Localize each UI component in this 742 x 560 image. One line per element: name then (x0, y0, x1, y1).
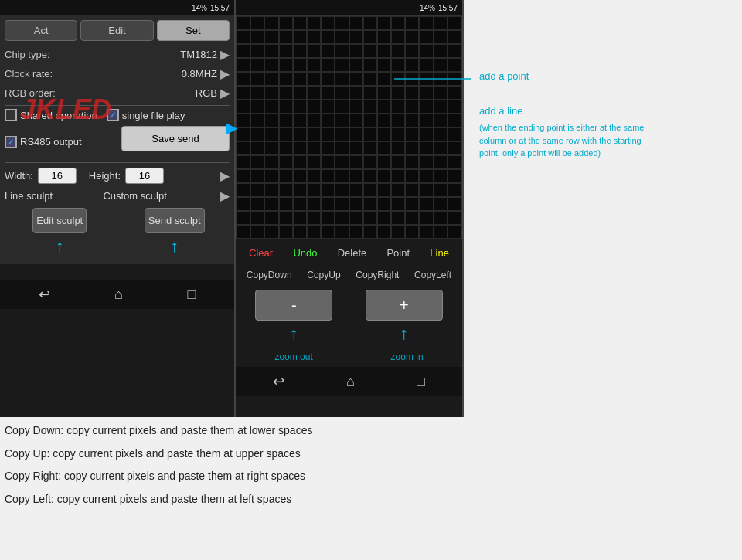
grid-cell[interactable] (279, 16, 293, 30)
grid-cell[interactable] (377, 16, 391, 30)
grid-cell[interactable] (391, 16, 405, 30)
width-input[interactable] (38, 168, 77, 184)
grid-cell[interactable] (349, 58, 363, 72)
grid-cell[interactable] (434, 225, 448, 239)
grid-cell[interactable] (363, 58, 377, 72)
grid-cell[interactable] (377, 86, 391, 100)
grid-cell[interactable] (419, 30, 433, 44)
grid-cell[interactable] (349, 183, 363, 197)
grid-cell[interactable] (307, 114, 321, 127)
grid-cell[interactable] (250, 225, 264, 239)
grid-cell[interactable] (321, 211, 335, 225)
grid-cell[interactable] (448, 127, 461, 141)
grid-cell[interactable] (250, 169, 264, 183)
grid-cell[interactable] (237, 44, 250, 58)
grid-cell[interactable] (293, 155, 307, 169)
recents-icon[interactable]: □ (187, 287, 196, 303)
grid-cell[interactable] (448, 211, 461, 225)
grid-cell[interactable] (335, 114, 349, 127)
grid-cell[interactable] (250, 86, 264, 100)
grid-cell[interactable] (237, 211, 250, 225)
grid-cell[interactable] (307, 169, 321, 183)
grid-cell[interactable] (419, 211, 433, 225)
grid-cell[interactable] (377, 58, 391, 72)
grid-cell[interactable] (250, 58, 264, 72)
grid-cell[interactable] (448, 155, 461, 169)
grid-cell[interactable] (293, 183, 307, 197)
grid-cell[interactable] (405, 114, 419, 127)
grid-cell[interactable] (237, 141, 250, 155)
grid-cell[interactable] (293, 141, 307, 155)
grid-cell[interactable] (405, 183, 419, 197)
grid-cell[interactable] (363, 127, 377, 141)
grid-cell[interactable] (349, 86, 363, 100)
grid-cell[interactable] (448, 44, 461, 58)
grid-cell[interactable] (363, 100, 377, 114)
grid-cell[interactable] (363, 72, 377, 86)
grid-cell[interactable] (349, 100, 363, 114)
grid-cell[interactable] (349, 197, 363, 211)
grid-cell[interactable] (264, 44, 278, 58)
grid-cell[interactable] (264, 72, 278, 86)
grid-cell[interactable] (391, 30, 405, 44)
grid-cell[interactable] (321, 30, 335, 44)
grid-cell[interactable] (419, 169, 433, 183)
single-file-play-item[interactable]: ✓ single file play (107, 109, 186, 121)
grid-cell[interactable] (264, 141, 278, 155)
grid-cell[interactable] (237, 225, 250, 239)
grid-cell[interactable] (293, 86, 307, 100)
grid-cell[interactable] (321, 58, 335, 72)
grid-cell[interactable] (293, 72, 307, 86)
grid-cell[interactable] (434, 155, 448, 169)
grid-cell[interactable] (321, 86, 335, 100)
grid-cell[interactable] (419, 127, 433, 141)
send-sculpt-button[interactable]: Send sculpt (145, 208, 205, 233)
grid-cell[interactable] (279, 72, 293, 86)
shared-operation-item[interactable]: Shared operation (5, 109, 97, 121)
grid-cell[interactable] (321, 225, 335, 239)
grid-cell[interactable] (264, 155, 278, 169)
grid-cell[interactable] (279, 155, 293, 169)
grid-cell[interactable] (377, 30, 391, 44)
grid-cell[interactable] (377, 197, 391, 211)
grid-cell[interactable] (293, 197, 307, 211)
grid-cell[interactable] (250, 197, 264, 211)
grid-cell[interactable] (434, 197, 448, 211)
point-button[interactable]: Point (383, 246, 413, 260)
grid-cell[interactable] (279, 127, 293, 141)
grid-cell[interactable] (307, 197, 321, 211)
grid-cell[interactable] (448, 169, 461, 183)
delete-button[interactable]: Delete (335, 246, 370, 260)
grid-cell[interactable] (377, 155, 391, 169)
pixel-grid[interactable] (237, 16, 461, 239)
grid-cell[interactable] (419, 114, 433, 127)
grid-cell[interactable] (279, 100, 293, 114)
grid-cell[interactable] (377, 100, 391, 114)
zoom-in-button[interactable]: + (366, 290, 443, 321)
grid-cell[interactable] (405, 30, 419, 44)
grid-cell[interactable] (419, 155, 433, 169)
grid-cell[interactable] (293, 100, 307, 114)
grid-cell[interactable] (264, 225, 278, 239)
tab-act[interactable]: Act (5, 20, 77, 41)
grid-cell[interactable] (321, 141, 335, 155)
grid-cell[interactable] (237, 114, 250, 127)
grid-cell[interactable] (335, 100, 349, 114)
grid-cell[interactable] (250, 30, 264, 44)
grid-cell[interactable] (237, 155, 250, 169)
grid-cell[interactable] (448, 225, 461, 239)
grid-cell[interactable] (307, 100, 321, 114)
grid-cell[interactable] (335, 197, 349, 211)
grid-cell[interactable] (419, 141, 433, 155)
grid-cell[interactable] (321, 197, 335, 211)
grid-cell[interactable] (321, 72, 335, 86)
grid-cell[interactable] (307, 86, 321, 100)
right-home-icon[interactable]: ⌂ (346, 374, 355, 390)
grid-cell[interactable] (363, 197, 377, 211)
grid-cell[interactable] (250, 16, 264, 30)
grid-cell[interactable] (434, 127, 448, 141)
grid-cell[interactable] (321, 16, 335, 30)
grid-cell[interactable] (264, 127, 278, 141)
grid-cell[interactable] (434, 30, 448, 44)
grid-cell[interactable] (434, 169, 448, 183)
